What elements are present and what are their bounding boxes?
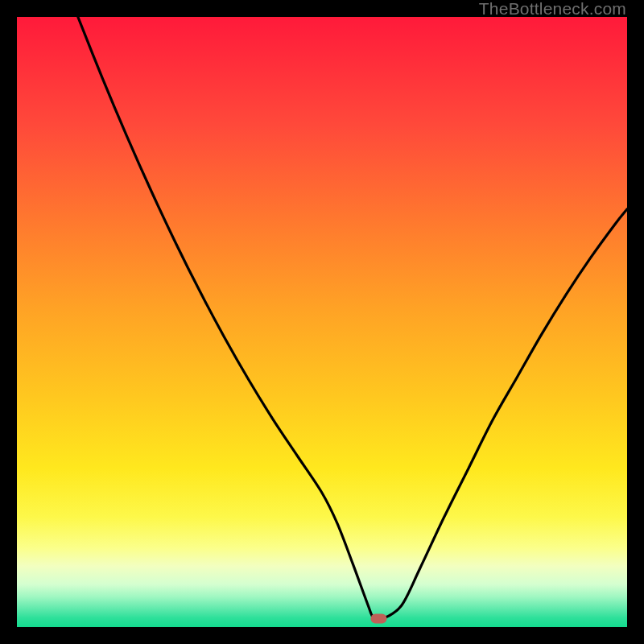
curve-layer bbox=[17, 17, 627, 627]
watermark-text: TheBottleneck.com bbox=[479, 0, 626, 18]
plot-area bbox=[17, 17, 627, 627]
bottleneck-curve bbox=[78, 17, 627, 620]
chart-frame: TheBottleneck.com bbox=[0, 0, 644, 644]
svg-rect-0 bbox=[370, 613, 386, 623]
minimum-marker bbox=[370, 613, 386, 623]
